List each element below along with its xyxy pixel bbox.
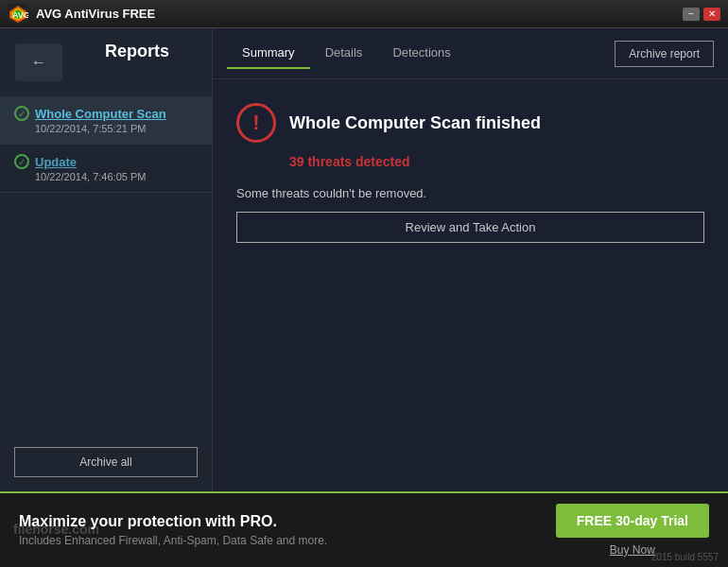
archive-all-button[interactable]: Archive all [14, 447, 198, 477]
titlebar: AVG AVG AntiVirus FREE − ✕ [0, 0, 728, 28]
threats-count: 39 threats detected [289, 154, 704, 169]
avg-logo: AVG [8, 4, 28, 25]
threats-message: Some threats couldn't be removed. [236, 186, 704, 200]
back-icon: ← [31, 54, 46, 71]
close-button[interactable]: ✕ [703, 8, 720, 21]
report-name-update: Update [35, 155, 77, 169]
sidebar-title-area: Reports [70, 36, 204, 73]
titlebar-left: AVG AVG AntiVirus FREE [8, 4, 155, 25]
free-trial-button[interactable]: FREE 30-day Trial [556, 504, 709, 538]
scan-title: Whole Computer Scan finished [289, 113, 541, 133]
sidebar-spacer [0, 193, 212, 438]
promo-bar: Maximize your protection with PRO. Inclu… [0, 491, 728, 567]
scan-result-header: ! Whole Computer Scan finished [236, 103, 704, 143]
tab-detections[interactable]: Detections [377, 38, 465, 69]
content-area: Summary Details Detections Archive repor… [213, 28, 728, 491]
main-container: ← Reports ✓ Whole Computer Scan 10/22/20… [0, 28, 728, 491]
report-date-scan: 10/22/2014, 7:55:21 PM [35, 123, 198, 134]
tabs: Summary Details Detections [227, 38, 466, 69]
report-item-header: ✓ Whole Computer Scan [14, 106, 198, 121]
sidebar-top: ← Reports [0, 28, 212, 96]
report-name-scan: Whole Computer Scan [35, 107, 166, 121]
svg-text:AVG: AVG [12, 10, 28, 20]
tab-summary[interactable]: Summary [227, 38, 310, 69]
content-header: Summary Details Detections Archive repor… [213, 28, 728, 79]
content-body: ! Whole Computer Scan finished 39 threat… [213, 79, 728, 491]
update-check-icon: ✓ [14, 154, 29, 169]
minimize-button[interactable]: − [683, 8, 700, 21]
promo-actions: FREE 30-day Trial Buy Now [556, 504, 709, 557]
report-date-update: 10/22/2014, 7:46:05 PM [35, 171, 198, 182]
tab-details[interactable]: Details [310, 38, 378, 69]
version-text: 2015 build 5557 [651, 552, 719, 562]
sidebar: ← Reports ✓ Whole Computer Scan 10/22/20… [0, 28, 213, 491]
report-item-update-header: ✓ Update [14, 154, 198, 169]
buy-now-link[interactable]: Buy Now [610, 543, 655, 557]
titlebar-controls: − ✕ [683, 8, 720, 21]
report-item-update[interactable]: ✓ Update 10/22/2014, 7:46:05 PM [0, 145, 212, 193]
report-check-icon: ✓ [14, 106, 29, 121]
sidebar-header: Reports [70, 42, 204, 61]
back-button[interactable]: ← [15, 43, 62, 81]
review-action-button[interactable]: Review and Take Action [236, 212, 704, 243]
report-item-whole-scan[interactable]: ✓ Whole Computer Scan 10/22/2014, 7:55:2… [0, 96, 212, 145]
warning-icon: ! [236, 103, 276, 143]
archive-report-button[interactable]: Archive report [615, 41, 714, 67]
app-title: AVG AntiVirus FREE [36, 7, 155, 21]
filehorse-watermark: filehorse.com [13, 522, 99, 537]
